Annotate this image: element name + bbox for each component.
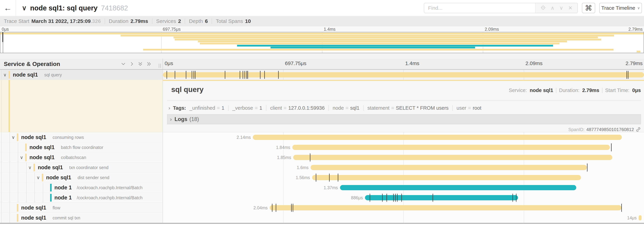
- span-duration-bar[interactable]: [292, 145, 610, 150]
- span-tree-cell[interactable]: ∨node sql1consuming rows: [0, 132, 163, 142]
- span-timeline-cell[interactable]: 1.56ms: [163, 172, 644, 183]
- ruler-tick-label: 0μs: [165, 60, 173, 66]
- span-timeline-cell[interactable]: 1.37ms: [163, 183, 644, 193]
- span-tree-cell[interactable]: ∨node sql1dist sender send: [0, 172, 163, 183]
- span-duration-bar[interactable]: [293, 155, 612, 160]
- span-duration-bar[interactable]: [312, 175, 581, 180]
- minimap-canvas[interactable]: [0, 32, 644, 53]
- log-tick-mark: [278, 71, 279, 79]
- logs-accordion[interactable]: › Logs (18): [167, 114, 641, 124]
- collapse-all-icon[interactable]: [138, 62, 143, 66]
- span-timeline-cell[interactable]: 1.6ms: [163, 162, 644, 172]
- span-row[interactable]: node sql1batch flow coordinator1.84ms: [0, 142, 644, 152]
- span-tree-cell[interactable]: node sql1batch flow coordinator: [0, 142, 163, 152]
- span-row[interactable]: ∨node sql1txn coordinator send1.6ms: [0, 162, 644, 172]
- service-value: node sql1: [530, 88, 553, 93]
- span-timeline-cell[interactable]: 886μs: [163, 193, 644, 203]
- meta-value-suffix: .326: [91, 18, 101, 24]
- row-chevron-down-icon[interactable]: ∨: [12, 135, 15, 140]
- span-duration-bar[interactable]: [270, 205, 621, 210]
- minimap-span-bar: [143, 49, 613, 51]
- find-input[interactable]: [424, 3, 535, 13]
- span-tree-cell[interactable]: node 1/cockroach.roachpb.Internal/Batch: [0, 193, 163, 203]
- operation-name: sql query: [44, 72, 62, 77]
- span-tree-cell[interactable]: node 1/cockroach.roachpb.Internal/Batch: [0, 183, 163, 193]
- service-operation-header: Service & Operation: [0, 59, 163, 69]
- bottom-scroll-edge: [0, 223, 644, 224]
- span-duration-bar[interactable]: [365, 195, 518, 200]
- locate-icon[interactable]: [540, 5, 546, 11]
- service-color-bar: [25, 144, 27, 151]
- span-timeline-cell[interactable]: 2.14ms: [163, 132, 644, 142]
- find-next-icon[interactable]: ∨: [560, 6, 563, 11]
- log-tick-mark: [516, 194, 516, 202]
- find-prev-icon[interactable]: ∧: [550, 6, 554, 11]
- log-tick-mark: [382, 194, 383, 202]
- deep-link-icon[interactable]: [636, 127, 641, 132]
- log-tick-mark: [248, 71, 248, 79]
- tree-guide-line: [1, 152, 2, 162]
- span-duration-bar[interactable]: [163, 72, 644, 77]
- row-chevron-down-icon[interactable]: ∨: [20, 155, 23, 160]
- collapse-trace-chevron-icon[interactable]: ∨: [22, 4, 27, 12]
- row-chevron-down-icon[interactable]: ∨: [28, 165, 32, 170]
- tag-key: _verbose: [232, 105, 253, 111]
- tree-guide-line: [26, 183, 26, 192]
- expand-all-icon[interactable]: [146, 62, 151, 66]
- span-timeline-cell[interactable]: 2.04ms: [163, 203, 644, 213]
- span-tree-cell[interactable]: ∨node sql1colbatchscan: [0, 152, 163, 162]
- row-chevron-down-icon[interactable]: ∨: [36, 175, 40, 180]
- minimap-scrubber-handle[interactable]: [2, 32, 3, 42]
- log-tick-mark: [370, 194, 370, 202]
- divider: [363, 105, 364, 111]
- expand-one-icon[interactable]: [130, 62, 134, 66]
- span-timeline-cell[interactable]: [163, 70, 644, 80]
- span-row[interactable]: node sql1flow2.04ms: [0, 203, 644, 213]
- operation-name: /cockroach.roachpb.Internal/Batch: [77, 195, 142, 200]
- span-row[interactable]: ∨node sql1dist sender send1.56ms: [0, 172, 644, 183]
- span-row[interactable]: node 1/cockroach.roachpb.Internal/Batch8…: [0, 193, 644, 203]
- span-duration-bar[interactable]: [253, 135, 622, 140]
- span-row[interactable]: ∨node sql1consuming rows2.14ms: [0, 132, 644, 142]
- span-row[interactable]: ∨node sql1colbatchscan1.85ms: [0, 152, 644, 162]
- span-timeline-cell[interactable]: 1.85ms: [163, 152, 644, 162]
- span-duration-bar[interactable]: [340, 185, 576, 190]
- span-detail-meta: Service: node sql1 Duration: 2.79ms Star…: [509, 88, 641, 93]
- service-color-bar: [17, 214, 18, 222]
- tree-guide-line: [18, 152, 18, 162]
- divider: [602, 88, 602, 93]
- service-color-bar: [17, 204, 18, 211]
- tag-equals: =: [284, 105, 287, 111]
- span-tree-cell[interactable]: node sql1commit sql txn: [0, 213, 163, 223]
- span-tree-cell[interactable]: ∨node sql1txn coordinator send: [0, 162, 163, 172]
- tags-accordion[interactable]: › Tags: _unfinished=1_verbose=1client=12…: [167, 103, 641, 113]
- collapse-one-icon[interactable]: [121, 62, 126, 66]
- span-duration-label: 1.6ms: [297, 162, 308, 172]
- span-timeline-cell[interactable]: 14μs: [163, 213, 644, 223]
- tree-guide-line: [34, 183, 35, 192]
- page-title: node sql1: sql query: [30, 4, 98, 12]
- span-row[interactable]: node 1/cockroach.roachpb.Internal/Batch1…: [0, 183, 644, 193]
- row-chevron-down-icon[interactable]: ∨: [3, 72, 6, 77]
- span-row[interactable]: node sql1commit sql txn14μs: [0, 213, 644, 223]
- find-clear-icon[interactable]: ✕: [568, 6, 572, 11]
- span-timeline-cell[interactable]: 1.84ms: [163, 142, 644, 152]
- divider: [212, 19, 212, 24]
- service-name: node sql1: [46, 174, 71, 181]
- span-row[interactable]: ∨node sql1sql query: [0, 70, 644, 80]
- span-duration-bar[interactable]: [310, 165, 587, 170]
- span-duration-bar[interactable]: [639, 215, 642, 220]
- log-tick-mark: [316, 174, 316, 181]
- span-rows: ∨node sql1sql query sql query Service: n…: [0, 70, 644, 223]
- column-resizer-grip[interactable]: [159, 64, 161, 68]
- minimap-spacer: [0, 53, 644, 59]
- span-duration-label: 1.84ms: [276, 142, 290, 152]
- view-selector-button[interactable]: Trace Timeline ∨: [599, 3, 642, 13]
- back-button[interactable]: ←: [0, 0, 16, 16]
- tree-guide-line: [1, 142, 2, 152]
- keyboard-shortcuts-button[interactable]: ⌘: [582, 3, 595, 13]
- span-tree-cell[interactable]: ∨node sql1sql query: [0, 70, 163, 80]
- find-group: ∧ ∨ ✕: [424, 3, 578, 13]
- span-tree-cell[interactable]: node sql1flow: [0, 203, 163, 213]
- tag-item: client=127.0.0.1:59936: [270, 105, 324, 111]
